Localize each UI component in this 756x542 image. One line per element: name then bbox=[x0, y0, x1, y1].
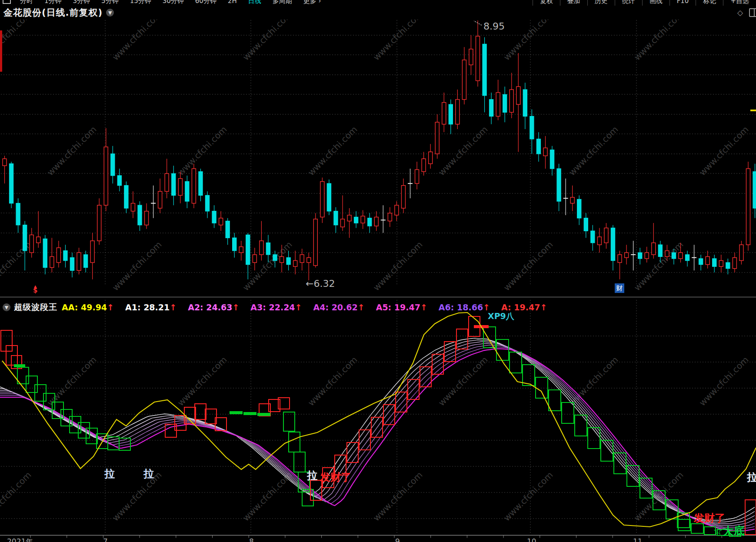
green-trend-box bbox=[294, 452, 305, 472]
candle-body bbox=[212, 211, 216, 223]
tool-button-标记[interactable]: 标记 bbox=[696, 0, 723, 6]
indicator-annotation: 拉 bbox=[306, 469, 317, 482]
candle-body bbox=[638, 253, 642, 259]
indicator-collapse-icon[interactable]: ▼ bbox=[3, 303, 10, 311]
indicator-param-A4: A4: 20.62↑ bbox=[313, 303, 365, 312]
candle-body bbox=[43, 239, 47, 267]
tool-button-画线[interactable]: 画线 bbox=[642, 0, 669, 6]
period-toolbar: 分时1分钟3分钟5分钟15分钟30分钟60分钟2H日线多周期更多 › 复权叠加历… bbox=[0, 0, 756, 6]
candle-body bbox=[570, 197, 574, 203]
candle-body bbox=[178, 179, 182, 196]
indicator-annotation: 发财了 bbox=[693, 512, 725, 524]
period-tab-60分钟[interactable]: 60分钟 bbox=[190, 0, 222, 6]
green-trend-box bbox=[536, 377, 548, 398]
candle-body bbox=[456, 100, 460, 124]
period-tab-1分钟[interactable]: 1分钟 bbox=[39, 0, 67, 6]
finance-badge[interactable]: 财 bbox=[615, 283, 624, 293]
candle-body bbox=[286, 258, 290, 265]
candle-body bbox=[50, 256, 54, 267]
candle-body bbox=[206, 195, 210, 211]
indicator-name: 超级波段王 bbox=[14, 302, 57, 313]
candle-body bbox=[462, 60, 466, 100]
chart-canvas[interactable]: 2021年78910118.95←6.32拉拉拉发财了发财了☆大底拉XP9八 bbox=[0, 0, 756, 542]
candle-body bbox=[246, 235, 250, 264]
candle-body bbox=[686, 255, 689, 261]
candle-body bbox=[131, 203, 135, 211]
candle-body bbox=[401, 186, 405, 208]
candle-body bbox=[320, 182, 324, 217]
high-annotation: 8.95 bbox=[483, 21, 505, 32]
candle-body bbox=[523, 90, 527, 116]
indicator-param-A: A: 19.47↑ bbox=[501, 303, 547, 312]
time-axis-label: 10 bbox=[527, 537, 536, 542]
title-dropdown-icon[interactable]: ▼ bbox=[106, 9, 114, 17]
indicator-ma-line-5 bbox=[0, 345, 755, 527]
green-trend-box bbox=[575, 415, 587, 436]
candle-body bbox=[713, 259, 716, 266]
tool-button-历史[interactable]: 历史 bbox=[587, 0, 615, 6]
green-trend-box bbox=[283, 412, 295, 431]
money-marker: ▲ $ bbox=[33, 285, 37, 293]
candle-body bbox=[550, 150, 554, 169]
time-axis-label: 9 bbox=[395, 537, 400, 542]
candle-body bbox=[490, 100, 493, 116]
candle-body bbox=[395, 205, 399, 215]
candle-body bbox=[442, 103, 446, 124]
candle-body bbox=[90, 241, 94, 263]
candle-body bbox=[327, 183, 331, 211]
candle-body bbox=[280, 256, 284, 263]
diamond-icon[interactable]: ◇ bbox=[737, 8, 743, 17]
candle-body bbox=[679, 253, 683, 259]
period-tab-3分钟[interactable]: 3分钟 bbox=[67, 0, 96, 6]
indicator-param-A6: A6: 18.66↑ bbox=[439, 303, 490, 312]
candle-body bbox=[3, 159, 7, 166]
indicator-annotation: ☆大底 bbox=[713, 525, 744, 537]
candle-body bbox=[219, 218, 223, 225]
candle-body bbox=[584, 218, 588, 231]
period-tab-更多 ›[interactable]: 更多 › bbox=[298, 0, 327, 6]
green-trend-box bbox=[691, 524, 703, 533]
tool-button-复权[interactable]: 复权 bbox=[533, 0, 560, 6]
candle-body bbox=[10, 164, 13, 203]
candle-body bbox=[611, 228, 615, 260]
candle-body bbox=[733, 258, 736, 269]
green-signal-dash bbox=[243, 412, 256, 415]
app-window: www.cfchi.comwww.cfchi.comwww.cfchi.comw… bbox=[0, 0, 756, 542]
candle-body bbox=[63, 251, 67, 261]
candle-body bbox=[577, 200, 581, 218]
tool-button-叠加[interactable]: 叠加 bbox=[560, 0, 587, 6]
period-tab-15分钟[interactable]: 15分钟 bbox=[124, 0, 157, 6]
green-trend-box bbox=[588, 428, 600, 449]
tool-button-统计[interactable]: 统计 bbox=[615, 0, 642, 6]
indicator-annotation: 拉 bbox=[143, 468, 154, 480]
candle-body bbox=[165, 173, 169, 191]
period-tab-30分钟[interactable]: 30分钟 bbox=[157, 0, 190, 6]
indicator-annotation: 发财了 bbox=[320, 471, 351, 483]
low-annotation: ←6.32 bbox=[306, 278, 335, 289]
candle-body bbox=[172, 173, 176, 195]
layout-panel-icon[interactable] bbox=[749, 8, 756, 17]
candle-body bbox=[124, 186, 128, 208]
candle-body bbox=[293, 261, 297, 267]
period-tab-2H[interactable]: 2H bbox=[222, 0, 243, 6]
indicator-param-A2: A2: 24.63↑ bbox=[188, 303, 239, 312]
candle-body bbox=[652, 243, 656, 255]
candle-body bbox=[158, 191, 162, 208]
tool-button-F10[interactable]: F10 bbox=[669, 0, 696, 6]
window-icon[interactable] bbox=[3, 0, 11, 4]
candle-body bbox=[70, 258, 74, 271]
candle-body bbox=[334, 211, 338, 225]
candle-body bbox=[658, 245, 662, 256]
period-tab-分时[interactable]: 分时 bbox=[14, 0, 39, 6]
candle-body bbox=[422, 159, 426, 172]
period-tab-5分钟[interactable]: 5分钟 bbox=[96, 0, 124, 6]
period-tab-多周期[interactable]: 多周期 bbox=[267, 0, 298, 6]
left-edge-stripe bbox=[0, 30, 2, 72]
indicator-ma-line-1 bbox=[0, 338, 755, 520]
stock-title: 金花股份(日线.前复权) bbox=[3, 7, 103, 19]
candle-body bbox=[429, 152, 433, 163]
candle-body bbox=[226, 221, 230, 238]
period-tab-日线[interactable]: 日线 bbox=[243, 0, 267, 6]
candle-body bbox=[469, 49, 473, 65]
tool-button-+自选[interactable]: +自选 bbox=[723, 0, 756, 6]
